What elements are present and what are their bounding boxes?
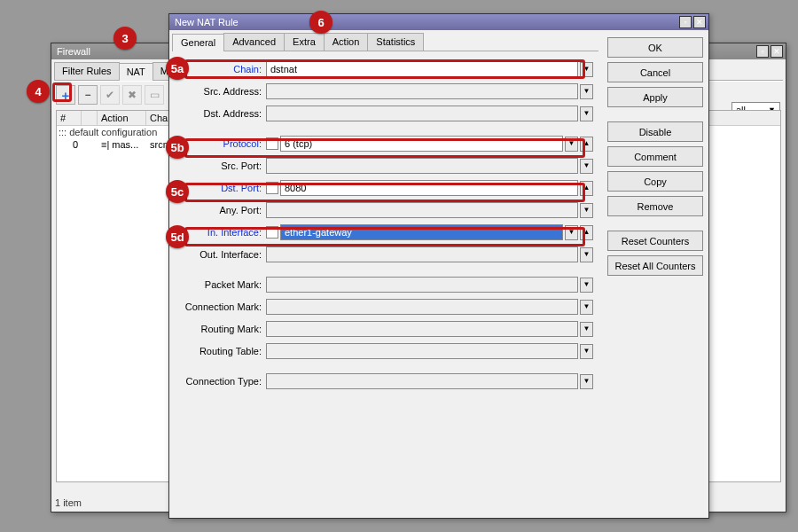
- input-in-interface[interactable]: ether1-gateway: [280, 224, 563, 240]
- reset-counters-button[interactable]: Reset Counters: [607, 231, 703, 251]
- status-text: 1 item: [55, 497, 82, 508]
- chevron-down-icon[interactable]: ▼: [565, 137, 578, 152]
- expand-icon[interactable]: ▼: [580, 300, 593, 315]
- new-nat-rule-titlebar: New NAT Rule ▫ ✕: [169, 14, 708, 30]
- copy-button[interactable]: Copy: [607, 171, 703, 192]
- firewall-title: Firewall: [57, 46, 90, 57]
- chevron-up-icon[interactable]: ▲: [580, 225, 593, 240]
- label-routing-mark: Routing Mark:: [177, 324, 266, 334]
- input-routing-table[interactable]: [266, 343, 578, 359]
- label-dst-address: Dst. Address:: [177, 108, 266, 119]
- enable-button[interactable]: ✔: [100, 85, 120, 105]
- col-flag[interactable]: [82, 111, 98, 125]
- input-connection-mark[interactable]: [266, 299, 578, 315]
- chevron-down-icon[interactable]: ▼: [580, 62, 593, 77]
- expand-icon[interactable]: ▼: [580, 278, 593, 293]
- badge-5b: 5b: [166, 136, 189, 159]
- expand-icon[interactable]: ▼: [580, 84, 593, 99]
- ok-button[interactable]: OK: [607, 37, 703, 58]
- chevron-up-icon[interactable]: ▲: [580, 137, 593, 152]
- comment-button[interactable]: ▭: [145, 85, 164, 105]
- label-connection-mark: Connection Mark:: [177, 301, 266, 312]
- label-packet-mark: Packet Mark:: [177, 279, 266, 290]
- tab-nat[interactable]: NAT: [119, 63, 153, 81]
- new-nat-rule-title: New NAT Rule: [175, 17, 239, 27]
- tab-extra[interactable]: Extra: [284, 33, 325, 51]
- label-src-address: Src. Address:: [177, 86, 266, 97]
- expand-icon[interactable]: ▼: [580, 374, 593, 389]
- input-packet-mark[interactable]: [266, 277, 578, 293]
- label-any-port: Any. Port:: [177, 205, 266, 215]
- comment-button[interactable]: Comment: [607, 146, 703, 167]
- tab-general[interactable]: General: [172, 34, 224, 51]
- expand-icon[interactable]: ▼: [580, 159, 593, 174]
- expand-icon[interactable]: ▼: [580, 344, 593, 359]
- badge-4: 4: [27, 80, 50, 103]
- col-action[interactable]: Action: [98, 111, 146, 125]
- negate-checkbox[interactable]: [266, 137, 278, 150]
- close-icon[interactable]: ✕: [693, 16, 706, 28]
- label-chain[interactable]: Chain:: [177, 64, 266, 74]
- input-dst-port[interactable]: 8080: [280, 180, 578, 196]
- reset-all-counters-button[interactable]: Reset All Counters: [607, 255, 703, 276]
- new-nat-rule-tabs: General Advanced Extra Action Statistics: [172, 33, 598, 51]
- label-in-interface[interactable]: In. Interface:: [177, 227, 266, 238]
- tab-statistics[interactable]: Statistics: [367, 33, 424, 51]
- cancel-button[interactable]: Cancel: [607, 62, 703, 82]
- input-protocol[interactable]: 6 (tcp): [280, 136, 563, 152]
- badge-5c: 5c: [166, 180, 189, 203]
- new-nat-rule-window: New NAT Rule ▫ ✕ General Advanced Extra …: [168, 13, 709, 519]
- input-dst-address[interactable]: [266, 106, 578, 121]
- label-protocol[interactable]: Protocol:: [177, 138, 266, 149]
- remove-button[interactable]: −: [78, 85, 98, 105]
- disable-button[interactable]: Disable: [607, 121, 703, 142]
- badge-5a: 5a: [166, 57, 189, 80]
- chevron-up-icon[interactable]: ▲: [580, 181, 593, 196]
- disable-button[interactable]: ✖: [122, 85, 142, 105]
- label-src-port: Src. Port:: [177, 160, 266, 171]
- expand-icon[interactable]: ▼: [580, 322, 593, 337]
- add-button[interactable]: +: [56, 85, 75, 105]
- label-dst-port[interactable]: Dst. Port:: [177, 183, 266, 193]
- label-routing-table: Routing Table:: [177, 346, 266, 356]
- expand-icon[interactable]: ▼: [580, 106, 593, 121]
- minimize-icon[interactable]: ▫: [679, 16, 692, 28]
- input-src-port[interactable]: [266, 158, 578, 174]
- tab-action[interactable]: Action: [324, 33, 369, 51]
- input-chain[interactable]: dstnat: [266, 61, 578, 77]
- badge-3: 3: [113, 27, 137, 50]
- input-routing-mark[interactable]: [266, 321, 578, 337]
- input-connection-type[interactable]: [266, 373, 578, 389]
- badge-6: 6: [309, 11, 332, 34]
- badge-5d: 5d: [166, 225, 189, 248]
- label-connection-type: Connection Type:: [177, 376, 266, 387]
- apply-button[interactable]: Apply: [607, 87, 703, 107]
- input-src-address[interactable]: [266, 83, 578, 99]
- input-out-interface[interactable]: [266, 246, 578, 262]
- tab-advanced[interactable]: Advanced: [223, 33, 285, 51]
- remove-button-side[interactable]: Remove: [607, 196, 703, 216]
- chevron-down-icon[interactable]: ▼: [565, 225, 578, 240]
- negate-checkbox[interactable]: [266, 182, 278, 194]
- dialog-side-buttons: OK Cancel Apply Disable Comment Copy Rem…: [602, 30, 708, 518]
- expand-icon[interactable]: ▼: [580, 247, 593, 262]
- expand-icon[interactable]: ▼: [580, 203, 593, 218]
- label-out-interface: Out. Interface:: [177, 249, 266, 260]
- minimize-icon[interactable]: ▫: [756, 45, 769, 58]
- negate-checkbox[interactable]: [266, 226, 278, 239]
- close-icon[interactable]: ✕: [771, 45, 783, 58]
- tab-filter-rules[interactable]: Filter Rules: [54, 62, 120, 80]
- input-any-port[interactable]: [266, 202, 578, 218]
- col-num[interactable]: #: [57, 111, 82, 125]
